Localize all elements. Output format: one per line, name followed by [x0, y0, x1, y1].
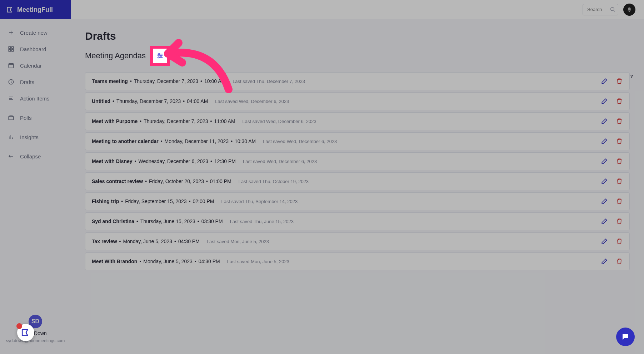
edit-icon: [601, 138, 608, 145]
delete-button[interactable]: [616, 138, 623, 145]
chat-button[interactable]: [616, 328, 635, 346]
edit-button[interactable]: [601, 118, 608, 125]
row-actions: [601, 158, 623, 165]
delete-button[interactable]: [616, 218, 623, 225]
edit-button[interactable]: [601, 218, 608, 225]
nav-label: Dashboard: [20, 46, 46, 52]
separator: •: [159, 138, 165, 144]
svg-rect-4: [9, 64, 14, 68]
notification-badge: [16, 323, 22, 329]
polls-icon: [8, 114, 14, 121]
draft-title: Untitled: [92, 98, 110, 104]
draft-time: 10:30 AM: [235, 138, 256, 144]
clock-icon: [8, 79, 14, 85]
delete-button[interactable]: [616, 118, 623, 125]
nav-polls[interactable]: Polls: [0, 109, 71, 126]
row-actions: [601, 98, 623, 105]
edit-icon: [601, 258, 608, 265]
draft-date: Monday, June 5, 2023: [143, 259, 193, 264]
brand[interactable]: MeetingFull: [0, 0, 71, 19]
user-email: syd.down@noonmeetings.com: [6, 338, 65, 343]
draft-title: Fishing trip: [92, 198, 119, 204]
edit-button[interactable]: [601, 258, 608, 265]
nav-collapse[interactable]: Collapse: [0, 148, 71, 164]
separator: •: [181, 98, 187, 104]
drafts-list: Teams meeting • Thursday, December 7, 20…: [85, 72, 630, 270]
notifications-button[interactable]: [623, 4, 635, 16]
delete-button[interactable]: [616, 98, 623, 105]
chat-icon: [621, 333, 630, 341]
row-actions: [601, 78, 623, 85]
draft-title: Syd and Christina: [92, 218, 134, 224]
edit-icon: [601, 158, 608, 165]
edit-button[interactable]: [601, 158, 608, 165]
separator: •: [208, 158, 214, 164]
draft-row[interactable]: Meeting to another calendar • Monday, De…: [85, 132, 630, 150]
edit-button[interactable]: [601, 198, 608, 205]
trash-icon: [616, 238, 623, 245]
delete-button[interactable]: [616, 238, 623, 245]
nav-label: Action Items: [20, 95, 50, 102]
draft-date: Thursday, December 7, 2023: [116, 98, 181, 104]
edit-icon: [601, 198, 608, 205]
row-actions: [601, 258, 623, 265]
draft-row[interactable]: Tax review • Monday, June 5, 2023 • 04:3…: [85, 232, 630, 250]
delete-button[interactable]: [616, 198, 623, 205]
edit-button[interactable]: [601, 98, 608, 105]
draft-row[interactable]: Meet with Disney • Wednesday, December 6…: [85, 152, 630, 170]
draft-time: 12:30 PM: [214, 158, 236, 164]
plus-icon: [8, 29, 14, 36]
draft-row[interactable]: Sales contract review • Friday, October …: [85, 172, 630, 190]
edit-button[interactable]: [601, 178, 608, 185]
draft-saved: Last saved Thu, December 7, 2023: [233, 79, 305, 84]
draft-title: Meeting to another calendar: [92, 138, 159, 144]
svg-rect-2: [9, 50, 10, 51]
row-actions: [601, 238, 623, 245]
nav-dashboard[interactable]: Dashboard: [0, 41, 71, 57]
draft-title: Tax review: [92, 239, 117, 244]
draft-date: Wednesday, December 6, 2023: [139, 158, 209, 164]
draft-row[interactable]: Syd and Christina • Thursday, June 15, 2…: [85, 212, 630, 230]
avatar-initials: SD: [31, 318, 39, 325]
row-actions: [601, 118, 623, 125]
app-logo-icon: [21, 328, 30, 337]
brand-logo-icon: [6, 6, 14, 13]
draft-title: Teams meeting: [92, 78, 128, 84]
trash-icon: [616, 178, 623, 185]
delete-button[interactable]: [616, 158, 623, 165]
delete-button[interactable]: [616, 78, 623, 85]
nav-calendar[interactable]: Calendar: [0, 57, 71, 74]
nav-insights[interactable]: Insights: [0, 129, 71, 145]
help-marker: ?: [630, 74, 633, 79]
trash-icon: [616, 218, 623, 225]
edit-icon: [601, 98, 608, 105]
nav-create-new[interactable]: Create new: [0, 24, 71, 41]
draft-row[interactable]: Fishing trip • Friday, September 15, 202…: [85, 192, 630, 210]
draft-row[interactable]: Meet With Brandon • Monday, June 5, 2023…: [85, 252, 630, 270]
calendar-icon: [8, 62, 14, 69]
nav-action-items[interactable]: Action Items: [0, 90, 71, 107]
edit-button[interactable]: [601, 238, 608, 245]
edit-button[interactable]: [601, 138, 608, 145]
arrow-left-icon: [8, 153, 14, 159]
delete-button[interactable]: [616, 258, 623, 265]
app-launcher-button[interactable]: [17, 324, 34, 341]
page-subtitle: Meeting Agendas: [85, 51, 146, 60]
svg-rect-0: [9, 46, 10, 48]
nav-drafts[interactable]: Drafts: [0, 74, 71, 90]
draft-row[interactable]: Untitled • Thursday, December 7, 2023 • …: [85, 92, 630, 110]
draft-title: Meet With Brandon: [92, 259, 137, 264]
search-wrap: [583, 4, 618, 15]
trash-icon: [616, 198, 623, 205]
separator: •: [195, 218, 201, 224]
separator: •: [229, 138, 235, 144]
svg-point-7: [611, 7, 614, 10]
draft-row[interactable]: Meet with Purpome • Thursday, December 7…: [85, 112, 630, 130]
delete-button[interactable]: [616, 178, 623, 185]
edit-icon: [601, 78, 608, 85]
svg-rect-3: [12, 50, 14, 51]
draft-date: Friday, October 20, 2023: [149, 178, 204, 184]
edit-button[interactable]: [601, 78, 608, 85]
draft-title: Meet with Disney: [92, 158, 133, 164]
draft-date: Monday, December 11, 2023: [165, 138, 229, 144]
